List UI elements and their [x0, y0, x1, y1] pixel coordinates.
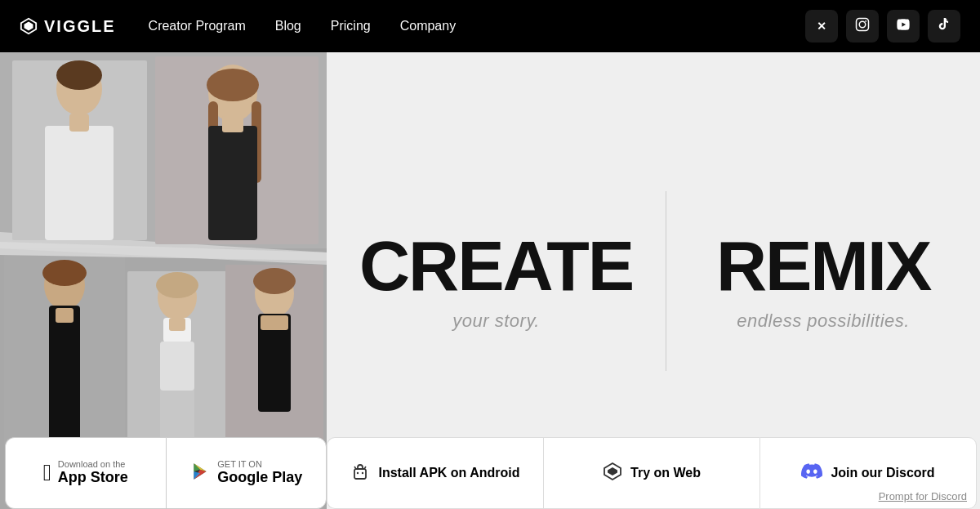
- google-play-small-label: GET IT ON: [217, 459, 262, 469]
- svg-point-4: [865, 20, 866, 22]
- install-apk-button[interactable]: Install APK on Android: [327, 437, 543, 509]
- hero-right: REMIX endless possibilities.: [666, 214, 980, 348]
- svg-rect-31: [160, 342, 194, 440]
- try-web-button[interactable]: Try on Web: [543, 437, 760, 509]
- svg-rect-37: [261, 315, 288, 330]
- try-web-label: Try on Web: [630, 466, 701, 480]
- youtube-button[interactable]: [887, 10, 920, 42]
- svg-line-49: [354, 467, 356, 469]
- tiktok-icon: [938, 17, 951, 35]
- svg-rect-2: [857, 19, 869, 31]
- viggle-v-icon: [603, 462, 622, 484]
- navbar: VIGGLE Creator Program Blog Pricing Comp…: [0, 0, 980, 52]
- left-bottom-bar:  Download on the App Store GET IT ON Go…: [0, 437, 327, 509]
- logo[interactable]: VIGGLE: [20, 17, 116, 36]
- remix-sub: endless possibilities.: [737, 310, 910, 332]
- svg-rect-19: [222, 116, 243, 132]
- svg-point-28: [156, 272, 198, 298]
- logo-text: VIGGLE: [44, 17, 116, 36]
- youtube-icon: [896, 17, 911, 35]
- svg-rect-24: [56, 308, 74, 323]
- hero-left: CREATE your story.: [327, 214, 666, 348]
- x-icon: ✕: [817, 20, 826, 33]
- svg-point-3: [859, 21, 866, 28]
- remix-heading: REMIX: [716, 230, 930, 301]
- nav-pricing[interactable]: Pricing: [331, 19, 371, 33]
- google-play-button[interactable]: GET IT ON Google Play: [166, 437, 327, 509]
- join-discord-label: Join our Discord: [831, 466, 934, 480]
- svg-rect-32: [169, 318, 185, 331]
- svg-point-22: [42, 260, 87, 286]
- nav-creator-program[interactable]: Creator Program: [149, 19, 246, 33]
- svg-point-48: [362, 472, 363, 474]
- x-twitter-button[interactable]: ✕: [805, 10, 838, 42]
- nav-blog[interactable]: Blog: [275, 19, 301, 33]
- app-store-large-label: App Store: [58, 469, 128, 487]
- viggle-logo-icon: [20, 17, 38, 35]
- svg-rect-18: [208, 126, 257, 240]
- discord-prompt-link[interactable]: Prompt for Discord: [879, 490, 967, 502]
- discord-icon: [801, 463, 822, 483]
- svg-point-35: [253, 268, 296, 294]
- nav-company[interactable]: Company: [400, 19, 456, 33]
- svg-marker-52: [608, 467, 617, 476]
- svg-rect-12: [69, 114, 89, 132]
- create-sub: your story.: [452, 310, 540, 332]
- android-icon: [350, 462, 370, 484]
- svg-point-10: [56, 60, 102, 90]
- svg-marker-1: [24, 22, 33, 31]
- social-icons: ✕: [805, 10, 960, 42]
- svg-point-15: [207, 69, 259, 101]
- install-apk-label: Install APK on Android: [378, 466, 519, 480]
- instagram-icon: [855, 17, 870, 35]
- instagram-button[interactable]: [846, 10, 879, 42]
- svg-rect-46: [354, 469, 366, 479]
- apple-icon: : [43, 460, 51, 486]
- google-play-large-label: Google Play: [217, 469, 302, 487]
- svg-rect-11: [45, 126, 114, 240]
- create-heading: CREATE: [359, 230, 633, 301]
- nav-links: Creator Program Blog Pricing Company: [149, 19, 805, 33]
- app-store-button[interactable]:  Download on the App Store: [5, 437, 166, 509]
- svg-point-47: [357, 472, 359, 474]
- svg-line-50: [364, 467, 366, 469]
- tiktok-button[interactable]: [928, 10, 960, 42]
- google-play-icon: [189, 461, 211, 485]
- app-store-small-label: Download on the: [58, 459, 126, 469]
